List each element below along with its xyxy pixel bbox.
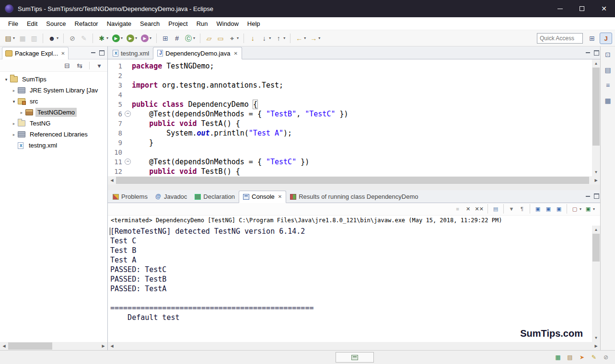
- forward-button[interactable]: →▾: [308, 34, 322, 43]
- tree-collapsed-arrow-icon[interactable]: ▸: [11, 88, 17, 93]
- run-button[interactable]: ▶▾: [111, 34, 124, 43]
- open-resource-button[interactable]: ▱: [204, 34, 214, 43]
- view-tab-console[interactable]: Console: [239, 191, 286, 203]
- scroll-up-icon[interactable]: [592, 226, 600, 234]
- console-hscrollbar[interactable]: [108, 342, 600, 350]
- new-class-dropdown-icon[interactable]: ▾: [193, 36, 195, 40]
- minimize-view-icon[interactable]: [91, 52, 95, 53]
- code-line[interactable]: 3import org.testng.annotations.Test;: [108, 80, 592, 90]
- java-perspective-button[interactable]: [600, 33, 612, 44]
- tree-item-src[interactable]: ▾src: [0, 96, 107, 107]
- display-selected-console-button[interactable]: ▢▾: [569, 204, 583, 214]
- print-button[interactable]: ▥: [29, 34, 39, 43]
- view-tab-problems[interactable]: Problems: [109, 191, 151, 203]
- task-list-view-button[interactable]: ▤: [603, 66, 612, 74]
- run-dropdown-icon[interactable]: ▾: [121, 36, 123, 40]
- coverage-button[interactable]: ▶▾: [125, 34, 139, 43]
- scroll-down-icon[interactable]: [592, 334, 600, 342]
- minimize-button[interactable]: [549, 0, 571, 17]
- scrollbar-track[interactable]: [592, 68, 600, 168]
- code-line[interactable]: 1package TestNGDemo;: [108, 61, 592, 71]
- scrollbar-thumb[interactable]: [116, 177, 589, 184]
- tree-item-sumtips[interactable]: ▾SumTips: [0, 74, 107, 85]
- view-tab-declaration[interactable]: Declaration: [191, 191, 239, 203]
- previous-annotation-button[interactable]: ↑▾: [273, 34, 287, 43]
- maximize-view-icon[interactable]: [99, 50, 104, 56]
- save-button[interactable]: ▦: [17, 34, 28, 43]
- menu-refactor[interactable]: Refactor: [70, 18, 103, 29]
- editor-console-sash[interactable]: [108, 184, 600, 190]
- skip-all-breakpoints-button[interactable]: ⊘: [67, 34, 78, 43]
- close-button[interactable]: ✕: [593, 0, 615, 17]
- minimize-console-icon[interactable]: [586, 196, 590, 197]
- code-line[interactable]: 9 }: [108, 138, 592, 148]
- code-line[interactable]: 7 public void TestA() {: [108, 119, 592, 128]
- coverage-dropdown-icon[interactable]: ▾: [135, 36, 137, 40]
- user-account-button[interactable]: ☻▾: [46, 34, 60, 43]
- editor-tab-dependencydemo-java[interactable]: DependencyDemo.java: [153, 47, 242, 59]
- tree-expanded-arrow-icon[interactable]: ▾: [11, 99, 17, 104]
- status-notification-area[interactable]: [336, 352, 374, 363]
- search-dropdown-icon[interactable]: ▾: [237, 36, 239, 40]
- code-line[interactable]: 6 @Test(dependsOnMethods = { "TestB", "T…: [108, 109, 592, 119]
- debug-dropdown-icon[interactable]: ▾: [106, 36, 108, 40]
- word-wrap-button[interactable]: ¶: [517, 204, 527, 214]
- scrollbar-thumb[interactable]: [592, 234, 600, 262]
- profile-dropdown-icon[interactable]: ▾: [150, 36, 151, 40]
- whats-new-button[interactable]: ✎: [589, 353, 599, 362]
- show-view-shortcut-button[interactable]: ▦: [553, 353, 563, 362]
- help-contents-button[interactable]: ▤: [565, 353, 575, 362]
- tree-collapsed-arrow-icon[interactable]: ▸: [18, 110, 25, 115]
- previous-annotation-dropdown-icon[interactable]: ▾: [283, 36, 285, 40]
- code-line[interactable]: 4: [108, 90, 592, 100]
- code-line[interactable]: 11 @Test(dependsOnMethods = { "TestC" }): [108, 157, 592, 167]
- view-tab-results-of-running-class-dependencydemo[interactable]: Results of running class DependencyDemo: [286, 191, 422, 203]
- build-view-button[interactable]: ▦: [603, 96, 612, 105]
- scroll-right-icon[interactable]: [99, 342, 107, 350]
- code-line[interactable]: 8 System.out.println("Test A");: [108, 128, 592, 138]
- remove-launch-button[interactable]: ✕: [463, 204, 474, 214]
- code-line[interactable]: 2: [108, 71, 592, 80]
- tree-item-jre-system-library-jav[interactable]: ▸JRE System Library [Jav: [0, 85, 107, 96]
- console-output[interactable]: [RemoteTestNG] detected TestNG version 6…: [108, 226, 592, 342]
- back-button[interactable]: ←▾: [294, 34, 307, 43]
- new-java-project-button[interactable]: ⊞: [160, 34, 171, 43]
- code-line[interactable]: 12 public void TestB() {: [108, 167, 592, 176]
- collapse-all-button[interactable]: ⊟: [62, 61, 72, 70]
- scrollbar-track[interactable]: [116, 176, 592, 184]
- view-tab-javadoc[interactable]: Javadoc: [151, 191, 191, 203]
- open-console-button[interactable]: ▣▾: [583, 204, 596, 214]
- pin-console-button[interactable]: ▣: [554, 204, 564, 214]
- import-button[interactable]: ▭: [215, 34, 226, 43]
- open-perspective-button[interactable]: [586, 33, 598, 44]
- menu-project[interactable]: Project: [164, 18, 192, 29]
- progress-button[interactable]: ⊘: [601, 353, 611, 362]
- display-selected-console-dropdown-icon[interactable]: ▾: [580, 207, 581, 211]
- tree-item-testng[interactable]: ▸TestNG: [0, 118, 107, 129]
- menu-edit[interactable]: Edit: [23, 18, 42, 29]
- open-console-dropdown-icon[interactable]: ▾: [593, 207, 595, 211]
- next-annotation-dropdown-icon[interactable]: ▾: [269, 36, 271, 40]
- scrollbar-thumb[interactable]: [592, 68, 600, 146]
- remove-all-launches-button[interactable]: ✕✕: [474, 204, 485, 214]
- menu-file[interactable]: File: [4, 18, 23, 29]
- link-with-editor-button[interactable]: ⇆: [74, 61, 85, 70]
- menu-run[interactable]: Run: [192, 18, 212, 29]
- close-tab-icon[interactable]: [233, 51, 237, 56]
- new-wizard-dropdown-icon[interactable]: ▾: [13, 36, 15, 40]
- user-account-dropdown-icon[interactable]: ▾: [57, 36, 58, 40]
- scroll-up-icon[interactable]: [592, 59, 600, 68]
- new-class-button[interactable]: Ⓒ▾: [183, 34, 197, 43]
- close-view-icon[interactable]: [61, 51, 65, 56]
- tree-expanded-arrow-icon[interactable]: ▾: [3, 77, 10, 82]
- minimize-editor-icon[interactable]: [586, 52, 590, 53]
- menu-window[interactable]: Window: [212, 18, 243, 29]
- show-console-on-stdout-button[interactable]: ▣: [533, 204, 543, 214]
- code-editor[interactable]: 1package TestNGDemo;23import org.testng.…: [108, 59, 592, 176]
- scroll-left-icon[interactable]: [108, 342, 116, 350]
- editor-tab-testng-xml[interactable]: testng.xml: [109, 47, 153, 59]
- scroll-down-icon[interactable]: [592, 168, 600, 176]
- scroll-right-icon[interactable]: [592, 176, 600, 184]
- restore-view-button[interactable]: ⊡: [603, 50, 612, 59]
- scrollbar-track[interactable]: [592, 234, 600, 334]
